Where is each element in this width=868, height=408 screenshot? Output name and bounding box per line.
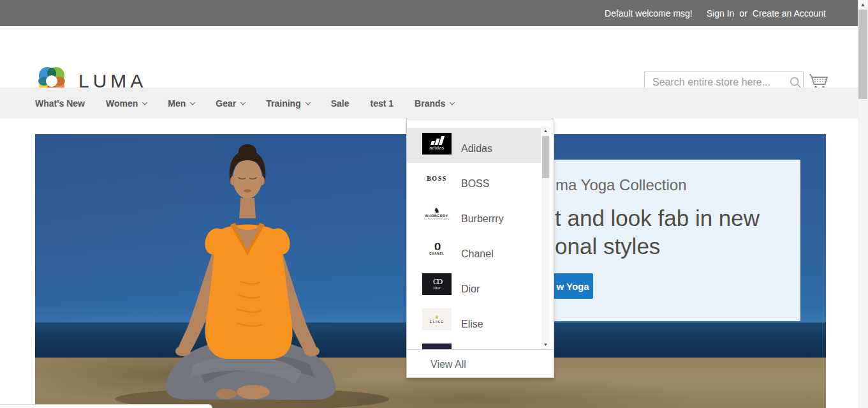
dropdown-scrollbar: ▲ ▼ <box>541 126 550 349</box>
brand-item-adidas[interactable]: adidas Adidas <box>407 128 541 163</box>
scroll-down-arrow-icon[interactable]: ▼ <box>541 340 550 349</box>
main-nav: What's New Women Men Gear Training Sale … <box>0 87 858 119</box>
nav-label: Gear <box>216 98 236 109</box>
sign-in-link[interactable]: Sign In <box>707 8 735 19</box>
nav-item-brands[interactable]: Brands <box>415 98 454 109</box>
brand-label: Burberrry <box>461 213 504 225</box>
brand-item-chanel[interactable]: CC CHANEL Chanel <box>407 233 541 268</box>
brand-item-partial[interactable] <box>407 338 541 349</box>
boss-logo-icon: BOSS <box>422 168 452 190</box>
dior-logo-icon: CD Dior <box>422 273 452 295</box>
nav-label: Sale <box>331 98 349 109</box>
nav-item-gear[interactable]: Gear <box>216 98 245 109</box>
scroll-up-arrow-icon[interactable]: ▲ <box>541 126 550 135</box>
brand-item-boss[interactable]: BOSS BOSS <box>407 163 541 198</box>
browser-vertical-scrollbar: ▲ <box>858 0 868 408</box>
header: LUMA <box>0 26 858 87</box>
burberry-logo-icon: ♞ BURBERRY LONDON ENGLAND <box>422 203 452 225</box>
brand-label: BOSS <box>461 178 489 190</box>
shop-yoga-button[interactable]: w Yoga <box>552 273 593 299</box>
elise-logo-icon: ♛ ELISE <box>422 308 452 330</box>
chevron-down-icon <box>142 100 147 105</box>
nav-item-women[interactable]: Women <box>106 98 147 109</box>
view-all-row: View All <box>407 349 554 379</box>
hero-heading-line1: t and look fab in new <box>555 204 760 232</box>
brand-label: Dior <box>461 283 480 295</box>
brand-item-elise[interactable]: ♛ ELISE Elise <box>407 303 541 338</box>
chanel-logo-icon: CC CHANEL <box>422 238 452 260</box>
dropdown-scrollbar-thumb[interactable] <box>542 136 549 178</box>
welcome-message: Default welcome msg! <box>605 8 693 19</box>
or-text: or <box>739 8 747 19</box>
hero-eyebrow-text: ma Yoga Collection <box>555 176 686 194</box>
brand-label: Chanel <box>461 248 494 260</box>
nav-label: Brands <box>415 98 445 109</box>
create-account-link[interactable]: Create an Account <box>753 8 826 19</box>
brand-item-burberry[interactable]: ♞ BURBERRY LONDON ENGLAND Burberrry <box>407 198 541 233</box>
view-all-link[interactable]: View All <box>430 359 466 370</box>
scrollbar-up-arrow-icon[interactable]: ▲ <box>858 0 868 10</box>
hero-heading: t and look fab in new onal styles <box>555 204 760 261</box>
hero-heading-line2: onal styles <box>555 232 760 261</box>
brands-dropdown: adidas Adidas BOSS BOSS ♞ BURBERRY LONDO… <box>406 119 554 378</box>
top-bar: Default welcome msg! Sign In or Create a… <box>0 0 858 26</box>
nav-item-sale[interactable]: Sale <box>331 98 349 109</box>
nav-label: Women <box>106 98 138 109</box>
adidas-logo-icon: adidas <box>422 133 452 155</box>
partial-brand-logo-icon <box>422 344 452 350</box>
chevron-down-icon <box>450 100 455 105</box>
search-input[interactable] <box>645 77 788 88</box>
nav-item-whats-new[interactable]: What's New <box>35 98 85 109</box>
chevron-down-icon <box>240 100 246 105</box>
page: Default welcome msg! Sign In or Create a… <box>0 0 868 408</box>
nav-item-men[interactable]: Men <box>168 98 195 109</box>
chevron-down-icon <box>190 100 195 105</box>
bottom-left-sliver <box>0 404 212 408</box>
nav-label: What's New <box>35 98 85 109</box>
nav-label: test 1 <box>371 98 394 109</box>
brand-item-dior[interactable]: CD Dior Dior <box>407 268 541 303</box>
brands-list: adidas Adidas BOSS BOSS ♞ BURBERRY LONDO… <box>407 119 554 349</box>
nav-label: Training <box>266 98 300 109</box>
brand-label: Adidas <box>461 143 492 155</box>
chevron-down-icon <box>305 100 310 105</box>
brand-label: Elise <box>461 319 483 330</box>
nav-item-test-1[interactable]: test 1 <box>371 98 394 109</box>
nav-item-training[interactable]: Training <box>266 98 309 109</box>
nav-label: Men <box>168 98 186 109</box>
scrollbar-thumb[interactable] <box>858 10 867 99</box>
